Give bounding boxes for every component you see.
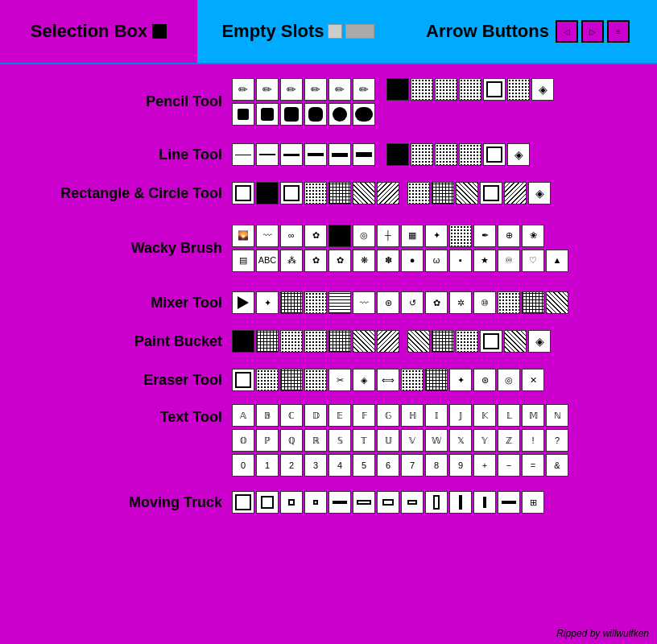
txt-6[interactable]: 6 [377,454,399,477]
pb-r6[interactable]: ◈ [528,330,551,353]
er-12[interactable]: ◎ [498,369,520,391]
mt-12[interactable] [498,491,520,514]
mix-12[interactable] [498,291,520,314]
line-r2[interactable] [411,143,433,166]
wb2-14[interactable]: ▲ [546,250,568,272]
mix-2[interactable]: ✦ [256,291,279,314]
pencil-r6[interactable] [507,78,530,101]
txt-U[interactable]: 𝕌 [377,429,399,452]
wb-6[interactable]: ◎ [353,225,375,247]
txt-S[interactable]: 𝕊 [328,429,351,452]
er-7[interactable]: ⟺ [377,369,399,391]
mix-13[interactable] [522,291,544,314]
txt-W[interactable]: 𝕎 [425,429,448,452]
wb-4[interactable]: ✿ [304,225,327,247]
wb-1[interactable]: 🌄 [232,225,254,247]
rc-icon-1[interactable] [232,182,254,204]
rc-r3[interactable] [456,182,478,204]
arrow-btn-list[interactable]: ≡ [607,20,630,43]
txt-Y[interactable]: 𝕐 [473,429,496,452]
er-11[interactable]: ⊛ [473,369,496,391]
pencil-r2[interactable] [411,78,433,101]
txt-C[interactable]: ℂ [280,404,303,427]
pb-r1[interactable] [407,330,430,353]
wb2-2[interactable]: ABC [256,250,279,272]
mix-10[interactable]: ✲ [449,291,472,314]
txt-N[interactable]: ℕ [546,404,568,427]
txt-1[interactable]: 1 [256,454,279,477]
rc-icon-6[interactable] [353,182,375,204]
er-3[interactable] [280,369,303,391]
er-5[interactable]: ✂ [328,369,351,391]
pencil2-icon-3[interactable] [280,103,303,126]
wb2-11[interactable]: ★ [473,250,496,272]
txt-9[interactable]: 9 [449,454,472,477]
txt-G[interactable]: 𝔾 [377,404,399,427]
pencil2-icon-2[interactable] [256,103,279,126]
line-icon-3[interactable] [280,143,303,166]
txt-T[interactable]: 𝕋 [353,429,375,452]
er-10[interactable]: ✦ [449,369,472,391]
wb2-12[interactable]: ♾ [498,250,520,272]
mt-11[interactable] [473,491,496,514]
line-r4[interactable] [459,143,481,166]
mix-8[interactable]: ↺ [401,291,424,314]
line-r3[interactable] [435,143,457,166]
wb-11[interactable]: ✒ [473,225,496,247]
pencil-r7[interactable]: ◈ [531,78,554,101]
mix-4[interactable] [304,291,327,314]
wb-10[interactable] [449,225,472,247]
mix-3[interactable] [280,291,303,314]
wb2-6[interactable]: ❋ [353,250,375,272]
txt-I[interactable]: 𝕀 [425,404,448,427]
line-r6[interactable]: ◈ [507,143,530,166]
txt-Q[interactable]: ℚ [280,429,303,452]
txt-P[interactable]: ℙ [256,429,279,452]
txt-V[interactable]: 𝕍 [401,429,424,452]
mt-3[interactable] [280,491,303,514]
mix-11[interactable]: ⑩ [473,291,496,314]
line-r1[interactable] [386,143,409,166]
pencil-r5[interactable] [483,78,506,101]
pb-5[interactable] [328,330,351,353]
mt-6[interactable] [353,491,375,514]
mt-9[interactable] [425,491,448,514]
txt-2[interactable]: 2 [280,454,303,477]
pb-r4[interactable] [480,330,502,353]
pencil2-icon-4[interactable] [304,103,327,126]
mt-10[interactable] [449,491,472,514]
pb-r2[interactable] [432,330,454,353]
rc-r2[interactable] [432,182,454,204]
arrow-btn-left[interactable]: ◁ [556,20,578,43]
txt-excl[interactable]: ! [522,429,544,452]
line-r5[interactable] [483,143,506,166]
mt-2[interactable] [256,491,279,514]
mt-4[interactable] [304,491,327,514]
wb-5[interactable] [328,225,351,247]
pencil2-icon-1[interactable] [232,103,254,126]
rc-icon-5[interactable] [328,182,351,204]
rc-icon-3[interactable] [280,182,303,204]
pencil-r1[interactable] [386,78,409,101]
txt-H[interactable]: ℍ [401,404,424,427]
txt-X[interactable]: 𝕏 [449,429,472,452]
pb-r5[interactable] [504,330,527,353]
mt-8[interactable] [401,491,424,514]
txt-0[interactable]: 0 [232,454,254,477]
line-icon-5[interactable] [328,143,351,166]
pb-1[interactable] [232,330,254,353]
txt-7[interactable]: 7 [401,454,424,477]
pencil-icon-3[interactable]: ✏ [280,78,303,101]
mt-1[interactable] [232,491,254,514]
pencil2-icon-6[interactable] [353,103,375,126]
wb-9[interactable]: ✦ [425,225,448,247]
wb-8[interactable]: ▦ [401,225,424,247]
mt-7[interactable] [377,491,399,514]
txt-K[interactable]: 𝕂 [473,404,496,427]
pb-r3[interactable] [456,330,478,353]
mix-7[interactable]: ⊛ [377,291,399,314]
line-icon-1[interactable] [232,143,254,166]
wb-13[interactable]: ❀ [522,225,544,247]
pencil-icon-4[interactable]: ✏ [304,78,327,101]
txt-4[interactable]: 4 [328,454,351,477]
